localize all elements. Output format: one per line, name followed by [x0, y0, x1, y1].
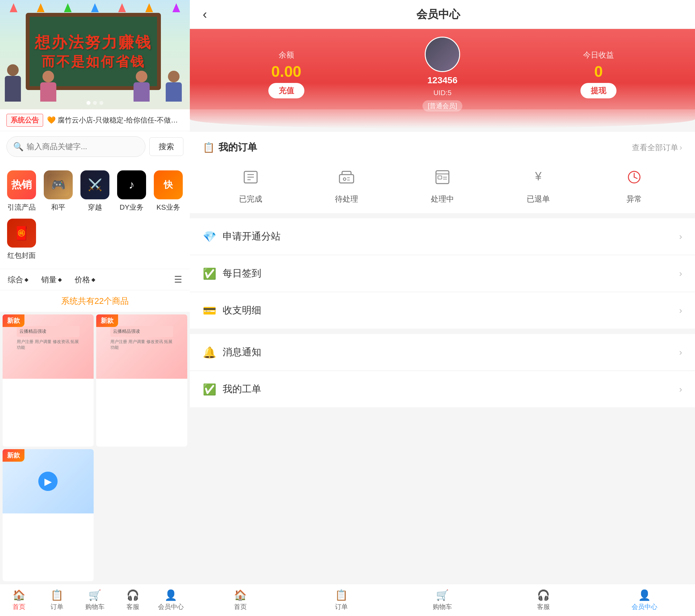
- heart-icon: 🧡: [47, 116, 56, 124]
- category-dy[interactable]: ♪ DY业务: [113, 167, 150, 215]
- svg-point-5: [343, 178, 346, 180]
- svg-rect-4: [339, 175, 354, 183]
- menu-list: 💎 申请开通分站 › ✅ 每日签到 › 💳 收支明细 › 🔔 消息通知 ›: [190, 218, 695, 407]
- processing-icon: [429, 164, 455, 190]
- category-dy-icon: ♪: [117, 171, 146, 199]
- withdraw-button[interactable]: 提现: [580, 83, 616, 99]
- right-cart-icon: 🛒: [436, 589, 449, 601]
- menu-item-finance[interactable]: 💳 收支明细 ›: [190, 292, 695, 329]
- right-member-label: 会员中心: [632, 602, 657, 611]
- product-card-2[interactable]: 新款 云播精品强读 用户注册 用户调量 修改资讯 拓展功能: [96, 314, 187, 446]
- right-service-label: 客服: [537, 602, 550, 611]
- nav-member[interactable]: 👤 会员中心: [152, 584, 190, 616]
- banner-text2: 而不是如何省钱: [41, 53, 145, 71]
- sort-sales[interactable]: 销量 ◆: [41, 275, 62, 285]
- right-home-icon: 🏠: [234, 589, 247, 601]
- right-home-label: 首页: [234, 602, 247, 611]
- view-all-orders[interactable]: 查看全部订单 ›: [632, 142, 682, 153]
- product-card-3[interactable]: 新款 ▶: [3, 449, 94, 581]
- category-ks[interactable]: 快 KS业务: [150, 167, 187, 215]
- menu-item-notification[interactable]: 🔔 消息通知 ›: [190, 334, 695, 371]
- right-content: 📋 我的订单 查看全部订单 › 已完成: [190, 119, 695, 584]
- hero-earnings: 今日收益 0 提现: [580, 50, 616, 99]
- banner-dot-1[interactable]: [87, 101, 90, 105]
- right-nav-home[interactable]: 🏠 首页: [190, 584, 291, 616]
- member-tag: [普通会员]: [422, 100, 462, 111]
- new-badge-1: 新款: [3, 314, 24, 327]
- orders-header: 📋 我的订单 查看全部订单 ›: [203, 141, 682, 154]
- balance-label: 余额: [278, 50, 294, 60]
- banner: 想办法努力赚钱 而不是如何省钱: [0, 0, 190, 109]
- category-cross-label: 穿越: [88, 203, 102, 212]
- category-hot-icon: 热销: [7, 171, 36, 199]
- category-hb[interactable]: 🧧 红包封面: [3, 215, 40, 264]
- menu-item-subsite[interactable]: 💎 申请开通分站 ›: [190, 218, 695, 255]
- category-peace-icon: 🎮: [44, 171, 73, 199]
- abnormal-label: 异常: [626, 194, 642, 204]
- order-status-pending[interactable]: 待处理: [334, 164, 359, 204]
- nav-service[interactable]: 🎧 客服: [114, 584, 152, 616]
- orders-title-icon: 📋: [203, 142, 215, 153]
- sort-diamond-icon-3: ◆: [91, 277, 95, 283]
- back-button[interactable]: ‹: [203, 7, 207, 21]
- sort-diamond-icon-1: ◆: [24, 277, 28, 283]
- sort-comprehensive[interactable]: 综合 ◆: [8, 275, 28, 285]
- search-button[interactable]: 搜索: [149, 137, 183, 156]
- right-nav-orders[interactable]: 📋 订单: [291, 584, 392, 616]
- order-status-refunded[interactable]: ¥ 已退单: [525, 164, 551, 204]
- menu-item-checkin[interactable]: ✅ 每日签到 ›: [190, 255, 695, 292]
- order-status-abnormal[interactable]: 异常: [621, 164, 647, 204]
- orders-section: 📋 我的订单 查看全部订单 › 已完成: [190, 132, 695, 213]
- category-dy-label: DY业务: [120, 203, 144, 212]
- orders-title-text: 我的订单: [219, 141, 257, 154]
- orders-icon: 📋: [51, 589, 63, 601]
- order-status-completed[interactable]: 已完成: [238, 164, 264, 204]
- search-input[interactable]: [27, 142, 139, 151]
- category-hot-label: 引流产品: [7, 203, 36, 212]
- earnings-label: 今日收益: [583, 50, 614, 60]
- notice-tag: 系统公告: [6, 114, 43, 127]
- right-nav-cart[interactable]: 🛒 购物车: [392, 584, 493, 616]
- right-nav-member[interactable]: 👤 会员中心: [594, 584, 695, 616]
- abnormal-icon: [621, 164, 647, 190]
- sort-price[interactable]: 价格 ◆: [75, 275, 95, 285]
- bottom-nav-left: 🏠 首页 📋 订单 🛒 购物车 🎧 客服 👤 会员中心: [0, 584, 190, 616]
- cart-icon: 🛒: [88, 589, 101, 601]
- service-icon: 🎧: [126, 589, 139, 601]
- member-hero: 余额 0.00 充值 123456 UID:5 [普通会员] 今日收益 0 提现: [190, 29, 695, 119]
- recharge-button[interactable]: 充值: [268, 83, 304, 99]
- product-card-1[interactable]: 新款 云播精品强读 用户注册 用户调量 修改资讯 拓展功能: [3, 314, 94, 446]
- chevron-right-icon: ›: [680, 143, 682, 152]
- search-bar: 🔍 搜索: [0, 131, 190, 162]
- category-hot[interactable]: 热销 引流产品: [3, 167, 40, 215]
- banner-dot-3[interactable]: [99, 101, 103, 105]
- banner-dots: [87, 101, 103, 105]
- category-ks-label: KS业务: [156, 203, 180, 212]
- category-cross[interactable]: ⚔️ 穿越: [77, 167, 113, 215]
- category-grid: 热销 引流产品 🎮 和平 ⚔️ 穿越 ♪ DY业务 快: [0, 162, 190, 269]
- refunded-icon: ¥: [525, 164, 551, 190]
- nav-home[interactable]: 🏠 首页: [0, 584, 38, 616]
- list-view-icon[interactable]: ☰: [174, 274, 182, 285]
- product-thumb-3: 新款 ▶: [3, 449, 94, 513]
- right-nav-service[interactable]: 🎧 客服: [493, 584, 594, 616]
- banner-dot-2[interactable]: [93, 101, 97, 105]
- product-thumb-2: 新款 云播精品强读 用户注册 用户调量 修改资讯 拓展功能: [96, 314, 187, 379]
- refunded-label: 已退单: [527, 194, 550, 204]
- check-icon-1: ✅: [203, 267, 216, 280]
- search-input-wrap[interactable]: 🔍: [6, 136, 146, 157]
- nav-cart[interactable]: 🛒 购物车: [76, 584, 114, 616]
- right-panel: ‹ 会员中心 余额 0.00 充值 123456 UID:5 [普通会员] 今日…: [190, 0, 695, 616]
- category-cross-icon: ⚔️: [81, 171, 109, 199]
- category-peace[interactable]: 🎮 和平: [40, 167, 77, 215]
- category-ks-icon: 快: [154, 171, 183, 199]
- right-service-icon: 🎧: [537, 589, 550, 601]
- pending-label: 待处理: [335, 194, 358, 204]
- nav-orders[interactable]: 📋 订单: [38, 584, 76, 616]
- nav-cart-label: 购物车: [85, 602, 105, 611]
- sort-bar: 综合 ◆ 销量 ◆ 价格 ◆ ☰: [0, 269, 190, 290]
- menu-item-workorder[interactable]: ✅ 我的工单 ›: [190, 371, 695, 407]
- order-status-processing[interactable]: 处理中: [429, 164, 455, 204]
- notification-label: 消息通知: [223, 346, 679, 359]
- workorder-label: 我的工单: [223, 383, 679, 396]
